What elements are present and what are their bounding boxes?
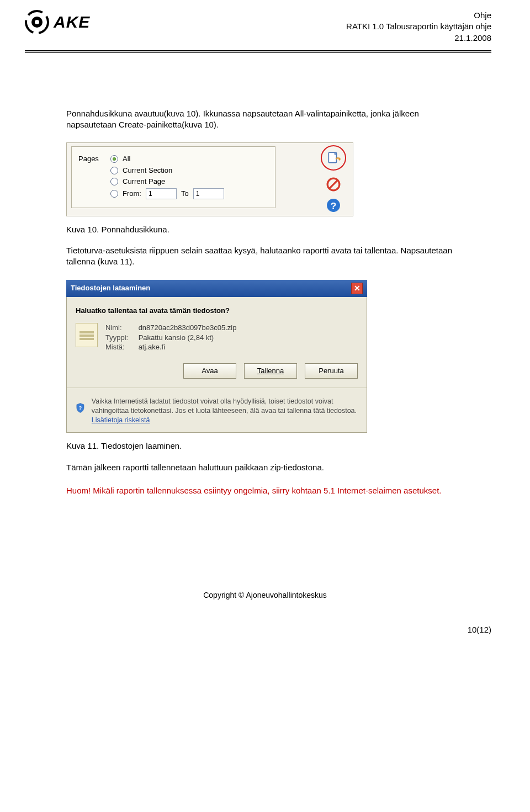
dialog-warning: ? Vaikka Internetistä ladatut tiedostot … — [76, 397, 358, 425]
dialog-body: Haluatko tallentaa tai avata tämän tiedo… — [66, 297, 367, 433]
radio-current-page-label: Current Page — [123, 177, 165, 187]
file-meta: Nimi: dn8720ac2b83d097be3c05.zip Tyyppi:… — [105, 323, 236, 352]
save-button[interactable]: Tallenna — [244, 363, 297, 379]
file-icon — [76, 323, 98, 347]
radio-current-section-label: Current Section — [123, 166, 172, 176]
header-line-2: RATKI 1.0 Talousraportin käyttäjän ohje — [346, 21, 491, 32]
paragraph: Tämän jälkeen raportti tallennetaan halu… — [66, 462, 464, 473]
from-value: atj.ake.fi — [139, 343, 165, 351]
export-icon[interactable] — [326, 151, 341, 165]
open-button[interactable]: Avaa — [183, 363, 236, 379]
warning-paragraph: Huom! Mikäli raportin tallennuksessa esi… — [66, 485, 464, 496]
figure-caption-11: Kuva 11. Tiedostojen laaminen. — [66, 441, 464, 452]
page-number: 10(12) — [0, 623, 530, 648]
dialog-buttons: Avaa Tallenna Peruuta — [76, 363, 358, 379]
from-input[interactable]: 1 — [146, 188, 177, 199]
warning-text: Vaikka Internetistä ladatut tiedostot vo… — [92, 397, 357, 415]
pages-label: Pages — [78, 154, 106, 164]
svg-text:?: ? — [331, 200, 337, 211]
type-label: Tyyppi: — [105, 333, 136, 343]
risk-info-link[interactable]: Lisätietoja riskeistä — [92, 416, 150, 424]
name-value: dn8720ac2b83d097be3c05.zip — [139, 323, 237, 332]
to-label: To — [181, 189, 189, 199]
from-label: Mistä: — [105, 342, 136, 352]
to-input[interactable]: 1 — [193, 188, 224, 199]
radio-from[interactable] — [110, 190, 118, 198]
paragraph: Tietoturva-asetuksista riippuen selain s… — [66, 245, 464, 268]
type-value: Pakattu kansio (2,84 kt) — [139, 333, 214, 342]
svg-text:?: ? — [79, 405, 82, 411]
help-icon[interactable]: ? — [326, 198, 341, 213]
figure-caption-10: Kuva 10. Ponnahdusikkuna. — [66, 224, 464, 235]
radio-current-section[interactable] — [110, 167, 118, 174]
radio-all-label: All — [123, 154, 130, 164]
download-dialog: Tiedostojen lataaminen ✕ Haluatko tallen… — [66, 280, 367, 433]
name-label: Nimi: — [105, 323, 136, 333]
pages-group: Pages All Current Section Current Page F… — [71, 146, 275, 208]
cancel-icon[interactable] — [326, 177, 341, 192]
brand-logo: AKE — [25, 10, 90, 34]
svg-point-2 — [35, 20, 39, 24]
from-label: From: — [123, 189, 141, 199]
header-line-1: Ohje — [346, 10, 491, 21]
dialog-titlebar: Tiedostojen lataaminen ✕ — [66, 280, 367, 297]
cancel-button[interactable]: Peruuta — [305, 363, 358, 379]
logo-icon — [25, 10, 49, 34]
document-body: Ponnahdusikkuna avautuu(kuva 10). Ikkuna… — [0, 53, 530, 623]
panel-side-icons: ? — [321, 145, 346, 213]
copyright: Copyright © Ajoneuvohallintokeskus — [66, 590, 464, 601]
pages-panel: Pages All Current Section Current Page F… — [66, 142, 353, 216]
radio-all[interactable] — [110, 155, 118, 163]
header-line-3: 21.1.2008 — [346, 33, 491, 44]
header-meta: Ohje RATKI 1.0 Talousraportin käyttäjän … — [346, 10, 491, 44]
dialog-title: Tiedostojen lataaminen — [71, 283, 150, 293]
svg-line-5 — [329, 181, 337, 189]
dialog-question: Haluatko tallentaa tai avata tämän tiedo… — [76, 306, 358, 316]
page-header: AKE Ohje RATKI 1.0 Talousraportin käyttä… — [0, 0, 530, 48]
brand-name: AKE — [54, 13, 90, 31]
radio-current-page[interactable] — [110, 178, 118, 185]
close-icon[interactable]: ✕ — [351, 283, 363, 294]
dialog-separator — [67, 388, 367, 388]
shield-icon: ? — [76, 397, 85, 419]
create-icon-highlight — [321, 145, 346, 171]
paragraph: Ponnahdusikkuna avautuu(kuva 10). Ikkuna… — [66, 108, 464, 131]
